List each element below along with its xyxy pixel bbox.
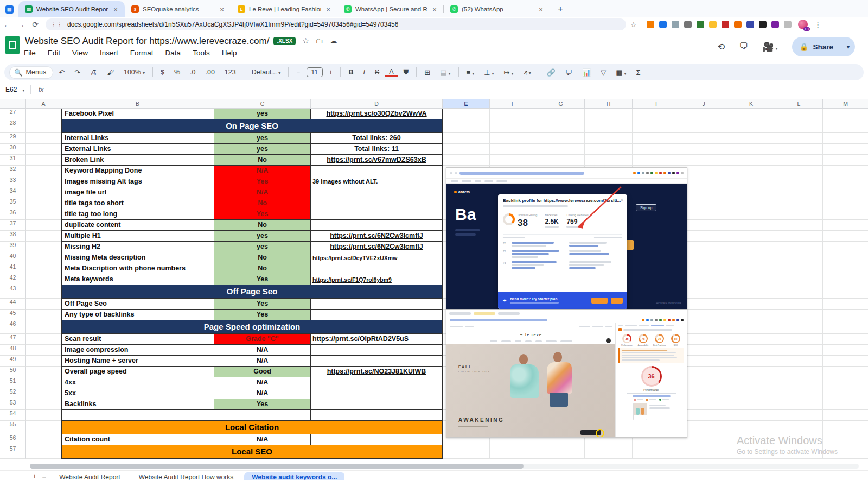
menu-edit[interactable]: Edit bbox=[48, 49, 60, 57]
profile-avatar[interactable]: 13 bbox=[798, 20, 808, 29]
cell[interactable] bbox=[823, 187, 868, 198]
menu-file[interactable]: File bbox=[24, 49, 36, 57]
cell[interactable] bbox=[680, 263, 727, 274]
row-header-30[interactable]: 30 bbox=[0, 144, 26, 155]
cell[interactable] bbox=[775, 209, 823, 220]
row-header-39[interactable]: 39 bbox=[0, 242, 26, 252]
status-cell[interactable]: Good bbox=[214, 367, 311, 377]
status-cell[interactable]: No bbox=[214, 220, 311, 231]
status-cell[interactable]: No bbox=[214, 263, 311, 274]
cell[interactable] bbox=[537, 119, 585, 133]
cell[interactable] bbox=[537, 155, 585, 166]
cell[interactable] bbox=[823, 421, 868, 434]
cell[interactable] bbox=[727, 421, 775, 434]
cell[interactable] bbox=[490, 155, 537, 166]
cell[interactable] bbox=[680, 166, 727, 176]
row-header-37[interactable]: 37 bbox=[0, 220, 26, 231]
status-cell[interactable]: yes bbox=[214, 109, 311, 119]
cell[interactable] bbox=[775, 421, 823, 434]
audit-item-cell[interactable]: Meta keywords bbox=[61, 274, 214, 285]
cell[interactable] bbox=[727, 367, 775, 377]
menu-format[interactable]: Format bbox=[130, 49, 154, 57]
cell[interactable] bbox=[26, 410, 61, 421]
cell[interactable] bbox=[680, 133, 727, 144]
browser-menu-icon[interactable]: ⋮ bbox=[811, 20, 825, 29]
cell[interactable] bbox=[680, 320, 727, 334]
cell[interactable] bbox=[490, 445, 537, 459]
site-info-icon[interactable]: ⋮⋮ bbox=[51, 22, 63, 28]
name-box[interactable]: E62▾ bbox=[0, 86, 30, 93]
audit-item-cell[interactable]: title tags too short bbox=[61, 198, 214, 209]
extension-icon[interactable] bbox=[734, 21, 742, 28]
cell[interactable] bbox=[727, 320, 775, 334]
cell[interactable] bbox=[585, 144, 633, 155]
cell[interactable] bbox=[775, 133, 823, 144]
cell[interactable] bbox=[823, 220, 868, 231]
detail-cell[interactable] bbox=[311, 220, 443, 231]
star-icon[interactable]: ☆ bbox=[302, 36, 309, 45]
column-header-H[interactable]: H bbox=[585, 99, 633, 109]
forward-button[interactable]: → bbox=[14, 20, 28, 29]
sheet-tab[interactable]: Website audit keywords o... bbox=[244, 472, 344, 480]
insert-chart-button[interactable]: 📊 bbox=[578, 68, 595, 77]
cell[interactable] bbox=[775, 274, 823, 285]
cell[interactable] bbox=[775, 220, 823, 231]
cell[interactable] bbox=[680, 144, 727, 155]
row-header-42[interactable]: 42 bbox=[0, 274, 26, 285]
cell[interactable] bbox=[727, 345, 775, 356]
cell[interactable] bbox=[823, 274, 868, 285]
cell[interactable] bbox=[633, 445, 680, 459]
row-header-48[interactable]: 48 bbox=[0, 345, 26, 356]
audit-item-cell[interactable]: Keyword Mapping Done bbox=[61, 166, 214, 176]
row-header-33[interactable]: 33 bbox=[0, 176, 26, 187]
cell[interactable] bbox=[823, 144, 868, 155]
cell[interactable] bbox=[633, 155, 680, 166]
detail-cell[interactable] bbox=[311, 399, 443, 410]
cell[interactable] bbox=[775, 198, 823, 209]
cell[interactable] bbox=[775, 367, 823, 377]
cell[interactable] bbox=[823, 299, 868, 310]
cell[interactable] bbox=[680, 209, 727, 220]
cell[interactable] bbox=[775, 252, 823, 263]
paint-format-button[interactable]: 🖌 bbox=[103, 68, 118, 77]
row-header-56[interactable]: 56 bbox=[0, 434, 26, 445]
cell[interactable] bbox=[680, 377, 727, 388]
cell[interactable] bbox=[775, 144, 823, 155]
row-header-54[interactable]: 54 bbox=[0, 410, 26, 421]
audit-item-cell[interactable]: Overall page speed bbox=[61, 367, 214, 377]
audit-item-cell[interactable]: image file url bbox=[61, 187, 214, 198]
status-cell[interactable]: yes bbox=[214, 242, 311, 252]
cell[interactable] bbox=[823, 377, 868, 388]
cell[interactable] bbox=[26, 399, 61, 410]
cell[interactable] bbox=[680, 274, 727, 285]
cell[interactable] bbox=[680, 198, 727, 209]
text-rotate-button[interactable]: ⦨▾ bbox=[519, 68, 534, 77]
cell[interactable] bbox=[727, 399, 775, 410]
cell[interactable] bbox=[727, 144, 775, 155]
cell[interactable] bbox=[823, 263, 868, 274]
cell[interactable] bbox=[585, 109, 633, 119]
tab-close-icon[interactable]: × bbox=[324, 5, 332, 14]
cell[interactable] bbox=[727, 209, 775, 220]
detail-cell[interactable] bbox=[311, 434, 443, 445]
audit-item-cell[interactable]: Scan result bbox=[61, 334, 214, 345]
row-header-47[interactable]: 47 bbox=[0, 334, 26, 345]
detail-cell[interactable]: https://prnt.sc/6N2Cw3IcmflJ bbox=[311, 231, 443, 242]
audit-item-cell[interactable]: Any type of backlinks bbox=[61, 310, 214, 320]
back-button[interactable]: ← bbox=[0, 20, 14, 29]
row-header-40[interactable]: 40 bbox=[0, 252, 26, 263]
cell[interactable] bbox=[443, 155, 490, 166]
decrease-decimal-button[interactable]: .0 bbox=[186, 68, 199, 76]
audit-item-cell[interactable]: Images missing Alt tags bbox=[61, 176, 214, 187]
cell[interactable] bbox=[26, 119, 61, 133]
cell[interactable] bbox=[823, 334, 868, 345]
cell[interactable] bbox=[727, 119, 775, 133]
cell[interactable] bbox=[823, 119, 868, 133]
cell[interactable] bbox=[680, 388, 727, 399]
cell[interactable] bbox=[490, 109, 537, 119]
audit-item-cell[interactable]: Backlinks bbox=[61, 399, 214, 410]
cell[interactable] bbox=[775, 320, 823, 334]
horizontal-align-button[interactable]: ≡▾ bbox=[463, 68, 478, 77]
audit-item-cell[interactable]: Missing Meta description bbox=[61, 252, 214, 263]
cell[interactable] bbox=[26, 176, 61, 187]
